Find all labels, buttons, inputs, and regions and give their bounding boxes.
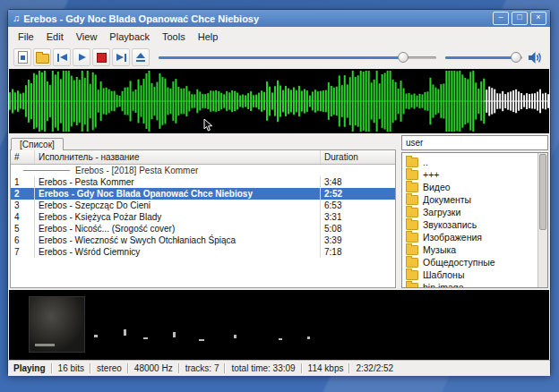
scrollbar-thumb[interactable] bbox=[539, 154, 546, 230]
menu-item-edit[interactable]: Edit bbox=[40, 30, 70, 44]
album-art bbox=[29, 296, 85, 353]
playlist-row[interactable]: 2Erebos - Gdy Noc Blada Opanować Chce Ni… bbox=[11, 188, 395, 200]
visualizer-mark bbox=[124, 329, 126, 336]
folder-list: ..+++ВидеоДокументыЗагрузкиЗвукозаписьИз… bbox=[401, 152, 548, 288]
playlist-row[interactable]: 7Erebos - Wśród Ciemnicy7:18 bbox=[11, 246, 395, 258]
main-area: [Список] # Исполнитель - название Durati… bbox=[8, 133, 550, 288]
open-folder-button[interactable] bbox=[33, 48, 51, 66]
track-duration: 3:31 bbox=[320, 211, 395, 223]
folder-icon bbox=[406, 220, 418, 230]
folder-name: .. bbox=[423, 157, 428, 167]
play-button[interactable] bbox=[73, 48, 90, 66]
minimize-button[interactable]: – bbox=[493, 12, 509, 25]
visualizer-mark bbox=[143, 337, 148, 339]
track-duration: 3:39 bbox=[320, 234, 395, 246]
folder-name: Документы bbox=[423, 194, 471, 205]
previous-button[interactable] bbox=[53, 48, 71, 66]
playlist-tabstrip: [Список] bbox=[10, 134, 396, 149]
file-browser-scrollbar[interactable] bbox=[538, 153, 547, 287]
playlist-row[interactable]: 4Erebos - Księżyca Pożar Blady3:31 bbox=[11, 211, 395, 223]
folder-item[interactable]: Документы bbox=[405, 193, 537, 206]
status-item: Playing bbox=[13, 363, 46, 373]
volume-fill bbox=[445, 56, 516, 59]
track-number: 5 bbox=[11, 223, 34, 234]
playlist-panel: [Список] # Исполнитель - название Durati… bbox=[8, 133, 396, 288]
playlist-row[interactable]: 6Erebos - Wieczność w Swych Otchłaniach … bbox=[11, 234, 395, 246]
desktop: ♫ Erebos - Gdy Noc Blada Opanować Chce N… bbox=[0, 0, 559, 392]
playlist-table: # Исполнитель - название Duration Erebos… bbox=[10, 149, 396, 288]
menu-bar: FileEditViewPlaybackToolsHelp bbox=[8, 27, 550, 46]
open-file-button[interactable] bbox=[13, 48, 31, 66]
folder-item[interactable]: Изображения bbox=[405, 231, 537, 243]
play-icon bbox=[78, 53, 86, 62]
status-separator bbox=[178, 363, 180, 373]
track-number: 3 bbox=[11, 200, 34, 211]
track-number: 1 bbox=[11, 176, 34, 188]
folder-item[interactable]: Музыка bbox=[405, 243, 537, 256]
playlist-row[interactable]: 3Erebos - Szepcząc Do Cieni6:53 bbox=[11, 200, 395, 211]
open-folder-icon bbox=[36, 54, 49, 64]
menu-item-help[interactable]: Help bbox=[192, 30, 225, 44]
status-item: 2:32/2:52 bbox=[356, 363, 393, 373]
folder-name: Музыка bbox=[423, 244, 456, 255]
folder-icon bbox=[406, 195, 418, 205]
visualizer-mark bbox=[173, 332, 176, 337]
track-duration: 7:18 bbox=[320, 246, 395, 258]
next-icon bbox=[116, 53, 126, 62]
folder-item[interactable]: .. bbox=[405, 156, 537, 168]
track-duration: 3:48 bbox=[320, 176, 395, 188]
status-item: tracks: 7 bbox=[185, 363, 219, 373]
track-number: 4 bbox=[11, 211, 34, 223]
transport-buttons bbox=[13, 48, 151, 66]
folder-icon bbox=[406, 233, 418, 243]
seek-thumb[interactable] bbox=[398, 52, 408, 63]
playlist-row[interactable]: 5Erebos - Nicość... (Srogość cover)5:08 bbox=[11, 223, 395, 234]
folder-icon bbox=[406, 158, 418, 167]
close-button[interactable]: × bbox=[530, 12, 546, 25]
track-title: Erebos - Pesta Kommer bbox=[34, 176, 320, 188]
playlist-body: Erebos - [2018] Pesta Kommer1Erebos - Pe… bbox=[11, 165, 395, 287]
column-header-title[interactable]: Исполнитель - название bbox=[34, 150, 320, 164]
folder-item[interactable]: Загрузки bbox=[405, 206, 537, 218]
window-controls: – □ × bbox=[490, 12, 546, 25]
folder-icon bbox=[406, 183, 418, 192]
folder-item[interactable]: Звукозапись bbox=[405, 218, 537, 231]
seek-slider[interactable] bbox=[159, 50, 436, 64]
next-button[interactable] bbox=[112, 48, 130, 66]
playlist-header: # Исполнитель - название Duration bbox=[11, 150, 395, 165]
folder-icon bbox=[406, 208, 418, 217]
maximize-button[interactable]: □ bbox=[512, 12, 528, 25]
menu-item-view[interactable]: View bbox=[70, 30, 104, 44]
waveform-seekbar[interactable] bbox=[9, 69, 549, 133]
track-number: 6 bbox=[11, 234, 34, 246]
folder-item[interactable]: bin image bbox=[405, 281, 537, 288]
playlist-tab[interactable]: [Список] bbox=[11, 138, 64, 150]
visualizer-mark bbox=[94, 335, 98, 337]
location-combo[interactable]: user bbox=[401, 135, 548, 150]
titlebar[interactable]: ♫ Erebos - Gdy Noc Blada Opanować Chce N… bbox=[8, 10, 550, 27]
menu-item-file[interactable]: File bbox=[12, 30, 40, 44]
folder-item[interactable]: Шаблоны bbox=[405, 268, 537, 281]
visualizer-mark bbox=[199, 339, 204, 341]
playlist-row[interactable]: 1Erebos - Pesta Kommer3:48 bbox=[11, 176, 395, 188]
track-title: Erebos - Wśród Ciemnicy bbox=[34, 246, 320, 258]
eject-button[interactable] bbox=[132, 48, 150, 66]
menu-item-playback[interactable]: Playback bbox=[103, 30, 156, 44]
status-separator bbox=[348, 363, 350, 373]
file-browser-panel: user ..+++ВидеоДокументыЗагрузкиЗвукозап… bbox=[401, 135, 548, 288]
stop-button[interactable] bbox=[92, 48, 110, 66]
status-separator bbox=[51, 363, 53, 373]
volume-slider[interactable] bbox=[445, 50, 522, 64]
menu-item-tools[interactable]: Tools bbox=[156, 30, 192, 44]
playlist-group-header: Erebos - [2018] Pesta Kommer bbox=[11, 165, 395, 176]
column-header-duration[interactable]: Duration bbox=[320, 150, 395, 164]
column-header-number[interactable]: # bbox=[11, 150, 34, 164]
folder-item[interactable]: Видео bbox=[405, 181, 537, 193]
folder-item[interactable]: Общедоступные bbox=[405, 256, 537, 268]
status-item: stereo bbox=[97, 363, 122, 373]
status-separator bbox=[224, 363, 226, 373]
folder-item[interactable]: +++ bbox=[405, 168, 537, 181]
track-number: 7 bbox=[11, 246, 34, 258]
player-window: ♫ Erebos - Gdy Noc Blada Opanować Chce N… bbox=[7, 9, 551, 374]
volume-thumb[interactable] bbox=[511, 52, 521, 63]
